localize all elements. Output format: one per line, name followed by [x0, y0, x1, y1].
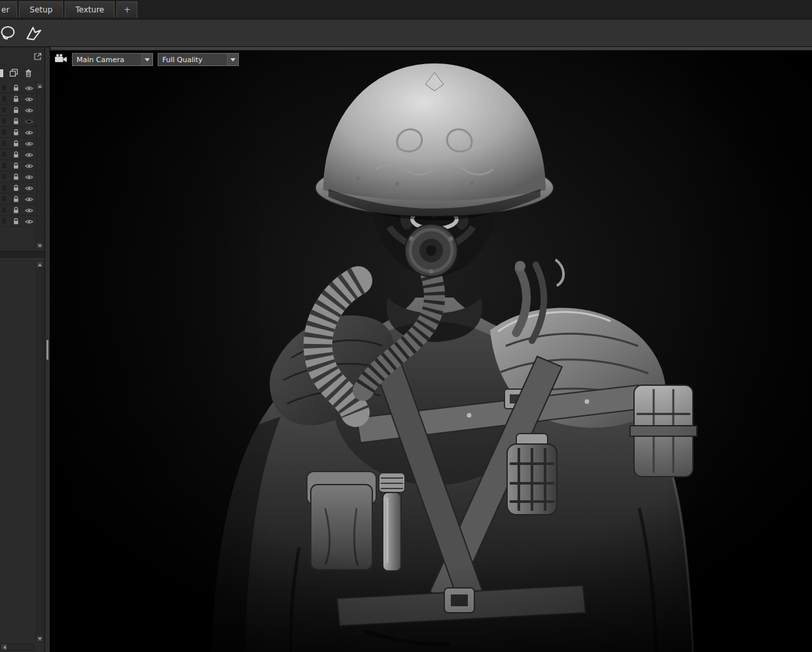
lock-icon[interactable] — [13, 215, 19, 228]
tab-label: Texture — [75, 5, 104, 14]
scroll-up-icon[interactable] — [36, 82, 43, 90]
scroll-track[interactable] — [36, 268, 43, 635]
layer-chip — [3, 152, 6, 157]
cut-off-icon — [0, 69, 3, 77]
splitter-handle[interactable] — [46, 340, 48, 360]
scroll-down-icon[interactable] — [36, 242, 43, 249]
trash-icon[interactable] — [24, 67, 33, 80]
scroll-left-icon[interactable] — [1, 643, 8, 651]
layers-toolbar — [0, 65, 44, 81]
scroll-down-icon[interactable] — [36, 635, 43, 642]
tab-bar: er Setup Texture + — [0, 0, 812, 20]
scroll-track[interactable] — [36, 90, 43, 242]
camera-dropdown-value: Main Camera — [73, 54, 141, 65]
layers-sidebar — [0, 47, 45, 652]
scroll-up-icon[interactable] — [36, 261, 43, 268]
tab-texture[interactable]: Texture — [65, 1, 115, 18]
tab-label: er — [1, 5, 9, 14]
arrow-select-tool-icon[interactable] — [24, 24, 43, 43]
quality-dropdown[interactable]: Full Quality — [158, 53, 239, 66]
properties-panel — [0, 259, 44, 652]
tab-label: + — [124, 5, 130, 14]
tab-render[interactable]: er — [0, 1, 17, 18]
app-window: er Setup Texture + — [0, 0, 812, 652]
layer-chip — [3, 163, 6, 168]
lasso-tool-icon[interactable] — [0, 24, 18, 43]
quality-dropdown-value: Full Quality — [158, 54, 227, 65]
duplicate-icon[interactable] — [9, 67, 18, 80]
viewport-3d[interactable]: Main Camera Full Quality — [50, 47, 812, 652]
viewport-controls: Main Camera Full Quality — [54, 53, 239, 66]
layer-chip — [3, 118, 6, 124]
layer-chip — [3, 141, 6, 146]
layer-chip — [3, 218, 6, 224]
tab-add-button[interactable]: + — [116, 1, 137, 18]
layers-scrollbar[interactable] — [36, 82, 43, 249]
layer-chip — [3, 196, 6, 201]
tab-label: Setup — [29, 5, 52, 14]
eye-icon[interactable] — [25, 215, 33, 228]
tab-setup[interactable]: Setup — [19, 1, 63, 18]
panel-splitter[interactable] — [45, 47, 50, 652]
layers-panel — [0, 47, 44, 251]
layers-panel-header — [0, 47, 44, 65]
layer-chip — [3, 129, 6, 135]
scroll-track[interactable] — [8, 643, 35, 651]
panel-divider[interactable] — [0, 251, 44, 259]
main-content: Main Camera Full Quality — [0, 47, 812, 652]
layer-chip — [3, 185, 6, 190]
main-toolbar — [0, 20, 812, 47]
layer-chip — [3, 85, 6, 90]
pop-out-icon[interactable] — [33, 52, 42, 61]
layer-chip — [3, 107, 6, 112]
camera-dropdown[interactable]: Main Camera — [72, 53, 153, 66]
layer-chip — [3, 207, 6, 213]
layer-chip — [3, 96, 6, 101]
render-3d-character — [50, 50, 812, 652]
chevron-down-icon — [141, 54, 152, 65]
properties-scrollbar[interactable] — [36, 261, 43, 642]
chevron-down-icon — [227, 54, 238, 65]
camera-icon — [54, 54, 67, 66]
properties-hscrollbar[interactable] — [1, 643, 35, 651]
layer-chip — [3, 174, 6, 179]
